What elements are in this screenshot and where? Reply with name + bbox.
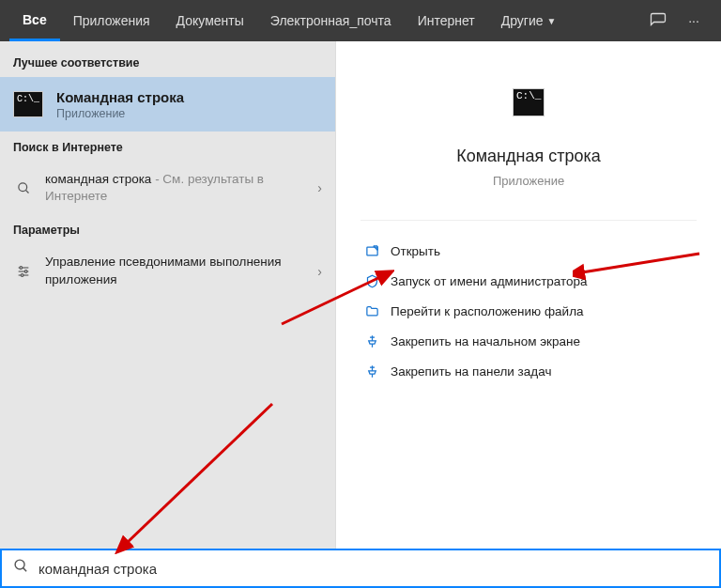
tab-more[interactable]: Другие ▼ — [488, 0, 570, 41]
preview-pane: C:\_ Командная строка Приложение Открыть… — [336, 41, 721, 549]
chevron-right-icon: › — [317, 264, 322, 279]
action-open[interactable]: Открыть — [360, 236, 697, 266]
tab-internet[interactable]: Интернет — [405, 0, 488, 41]
tab-more-label: Другие — [501, 13, 544, 28]
web-search-text: командная строка - См. результаты в Инте… — [45, 171, 322, 205]
svg-point-7 — [21, 273, 23, 276]
action-pin-start-label: Закрепить на начальном экране — [391, 334, 580, 348]
section-web: Поиск в Интернете — [0, 132, 335, 162]
settings-icon — [13, 264, 34, 279]
action-pin-start[interactable]: Закрепить на начальном экране — [360, 326, 697, 356]
shield-icon — [360, 274, 383, 288]
search-input[interactable] — [38, 561, 708, 577]
folder-icon — [360, 304, 383, 318]
section-best-match: Лучшее соответствие — [0, 47, 335, 77]
svg-line-1 — [25, 190, 28, 193]
settings-item-label: Управление псевдонимами выполнения прило… — [45, 254, 322, 287]
cmd-icon: C:\_ — [513, 88, 545, 116]
svg-point-6 — [24, 270, 27, 272]
best-match-item[interactable]: C:\_ Командная строка Приложение — [0, 77, 335, 132]
search-icon — [13, 181, 34, 195]
pin-icon — [360, 364, 383, 379]
svg-point-0 — [18, 183, 26, 192]
tab-all[interactable]: Все — [9, 0, 60, 41]
settings-item-aliases[interactable]: Управление псевдонимами выполнения прило… — [0, 244, 335, 297]
action-open-file-location-label: Перейти к расположению файла — [391, 304, 584, 318]
action-pin-taskbar[interactable]: Закрепить на панели задач — [360, 356, 697, 386]
search-bar[interactable] — [0, 549, 721, 588]
preview-title: Командная строка — [360, 147, 697, 166]
open-icon — [360, 244, 383, 258]
action-open-file-location[interactable]: Перейти к расположению файла — [360, 296, 697, 326]
chevron-right-icon: › — [317, 180, 322, 195]
action-run-as-admin[interactable]: Запуск от имени администратора — [360, 266, 697, 296]
cmd-icon: C:\_ — [13, 91, 43, 117]
best-match-title: Командная строка — [56, 89, 184, 105]
tab-docs[interactable]: Документы — [163, 0, 257, 41]
preview-type: Приложение — [360, 174, 697, 188]
more-options-icon[interactable]: ··· — [676, 0, 712, 41]
pin-icon — [360, 334, 383, 348]
action-run-as-admin-label: Запуск от имени администратора — [391, 274, 588, 288]
search-icon — [13, 558, 29, 579]
action-pin-taskbar-label: Закрепить на панели задач — [391, 364, 551, 379]
svg-line-12 — [23, 568, 27, 572]
best-match-type: Приложение — [56, 107, 184, 120]
svg-point-5 — [20, 266, 23, 269]
svg-point-11 — [15, 560, 24, 569]
tab-apps[interactable]: Приложения — [60, 0, 163, 41]
section-settings: Параметры — [0, 214, 335, 244]
top-tab-bar: Все Приложения Документы Электронная_поч… — [0, 0, 721, 41]
tab-email[interactable]: Электронная_почта — [257, 0, 405, 41]
feedback-icon[interactable] — [640, 0, 676, 41]
result-list-pane: Лучшее соответствие C:\_ Командная строк… — [0, 41, 336, 549]
chevron-down-icon: ▼ — [547, 16, 557, 26]
web-search-item[interactable]: командная строка - См. результаты в Инте… — [0, 162, 335, 214]
action-open-label: Открыть — [391, 244, 440, 258]
